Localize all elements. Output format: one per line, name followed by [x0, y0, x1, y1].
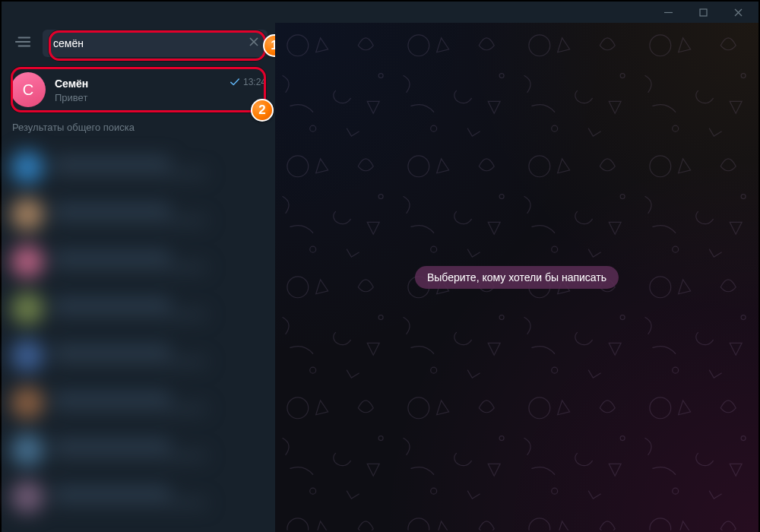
menu-button[interactable]: [9, 30, 36, 57]
search-result-item[interactable]: C Семён 13:24 Привет: [2, 64, 275, 116]
list-item[interactable]: [2, 473, 275, 521]
list-item[interactable]: [2, 285, 275, 332]
global-results-label: Результаты общего поиска: [2, 116, 275, 139]
search-input[interactable]: [43, 30, 268, 57]
avatar: [11, 339, 44, 372]
sidebar: C Семён 13:24 Привет Результ: [2, 23, 275, 532]
avatar: [11, 150, 44, 184]
read-check-icon: [230, 77, 240, 87]
search-bar-row: [2, 23, 275, 64]
avatar: C: [11, 72, 46, 107]
clear-search-button[interactable]: [245, 34, 263, 52]
avatar: [11, 198, 44, 231]
avatar: [11, 386, 44, 420]
chat-time: 13:24: [243, 77, 266, 87]
window-minimize-button[interactable]: [651, 2, 686, 23]
menu-icon: [14, 35, 31, 52]
empty-state-text: Выберите, кому хотели бы написать: [415, 266, 619, 289]
window-maximize-button[interactable]: [686, 2, 720, 23]
avatar: [11, 433, 44, 467]
list-item[interactable]: [2, 144, 275, 191]
chat-name: Семён: [55, 78, 88, 90]
avatar: [11, 480, 44, 514]
window-close-button[interactable]: [720, 2, 755, 23]
close-icon: [249, 36, 259, 50]
svg-rect-1: [700, 9, 707, 16]
list-item[interactable]: [2, 332, 275, 379]
chat-empty-area: Выберите, кому хотели бы написать: [275, 23, 758, 532]
chat-item-meta: Семён 13:24 Привет: [55, 77, 266, 103]
blurred-results-list: [2, 139, 275, 532]
window-titlebar: [2, 2, 758, 23]
list-item[interactable]: [2, 379, 275, 426]
list-item[interactable]: [2, 191, 275, 238]
list-item[interactable]: [2, 426, 275, 473]
chat-preview: Привет: [55, 92, 266, 103]
avatar: [11, 292, 44, 325]
avatar: [11, 245, 44, 278]
app-window: C Семён 13:24 Привет Результ: [0, 0, 760, 532]
list-item[interactable]: [2, 238, 275, 285]
avatar-letter: C: [23, 81, 33, 99]
